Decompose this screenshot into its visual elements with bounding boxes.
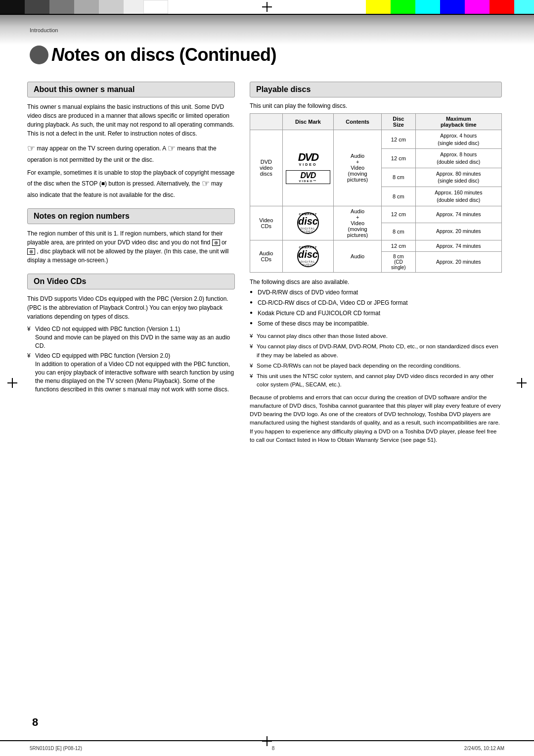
left-column: About this owner s manual This owner s m…: [27, 82, 235, 444]
notes-list: You cannot play discs other than those l…: [250, 332, 502, 389]
dvd-size-8b: 8 cm: [382, 187, 416, 206]
dvd-size-12a: 12 cm: [382, 130, 416, 149]
col-header-contents: Contents: [334, 114, 382, 130]
acd-size-12: 12 cm: [382, 240, 416, 252]
bottom-paragraph: Because of problems and errors that can …: [250, 393, 502, 445]
breadcrumb-text: Introduction: [30, 27, 58, 33]
color-blocks-left: [0, 0, 168, 14]
acd-label: AudioCDs: [250, 240, 283, 273]
dvd-size-8a: 8 cm: [382, 168, 416, 187]
table-row-dvd: DVDvideodiscs DVD VIDEO DVD VIDEO™ Audio…: [250, 130, 502, 149]
reg-mark-right: [517, 378, 527, 388]
vcd-para-1: This DVD supports Video CDs equipped wit…: [27, 294, 235, 321]
vcd-item-1: Video CD not equipped with PBC function …: [27, 325, 235, 350]
section-about-title: About this owner s manual: [34, 85, 134, 94]
acd-time-2: Approx. 20 minutes: [415, 252, 501, 273]
vcd-logo: COMPACT disc DIGITAL VIDEO: [297, 212, 319, 234]
vcd-time-2: Approx. 20 minutes: [415, 223, 501, 240]
vcd-size-8: 8 cm: [382, 223, 416, 240]
table-row-acd: AudioCDs COMPACT disc DIGITAL AUDIO Audi…: [250, 240, 502, 252]
discs-table: Disc Mark Contents DiscSize Maximumplayb…: [250, 113, 502, 273]
crosshair-icon: [262, 2, 272, 12]
available-intro: The following discs are also available.: [250, 279, 502, 285]
dvd-contents: Audio+Video(movingpictures): [334, 130, 382, 206]
color-blocks-right: [366, 0, 534, 14]
vcd-size-12: 12 cm: [382, 206, 416, 223]
acd-size-8: 8 cm(CDsingle): [382, 252, 416, 273]
page-title-container: Notes on discs (Continued): [30, 45, 276, 65]
region-icon-2: ⊗: [27, 248, 35, 255]
reg-mark-left: [7, 378, 17, 388]
vcd-item-2: Video CD equipped with PBC function (Ver…: [27, 352, 235, 393]
acd-logo-cell: COMPACT disc DIGITAL AUDIO: [282, 240, 334, 273]
col-header-discmark: Disc Mark: [282, 114, 334, 130]
footer: 5RN0101D [E] (P08-12) 8 2/24/05, 10:12 A…: [0, 746, 534, 751]
available-list: DVD-R/RW discs of DVD video format CD-R/…: [250, 288, 502, 328]
gray-gradient-band: [0, 15, 534, 45]
table-row-vcd: VideoCDs COMPACT disc DIGITAL VIDEO Audi…: [250, 206, 502, 223]
about-para-1: This owner s manual explains the basic i…: [27, 102, 235, 138]
col-header-empty: [250, 114, 283, 130]
acd-digital-text: DIGITAL AUDIO: [298, 260, 318, 266]
col-header-time: Maximumplayback time: [415, 114, 501, 130]
section-region-title: Notes on region numbers: [34, 212, 130, 220]
dvd-logo-small: DVD VIDEO™: [286, 170, 331, 184]
about-para-2: ☞ may appear on the TV screen during ope…: [27, 142, 235, 164]
dvd-time-2: Approx. 8 hours(double sided disc): [415, 149, 501, 168]
title-rest: otes on discs (Continued): [64, 45, 277, 65]
title-bullet: [30, 46, 48, 64]
dvd-time-3: Approx. 80 minutes(single sided disc): [415, 168, 501, 187]
dvd-video-small-text: VIDEO™: [287, 180, 329, 183]
section-vcd-title: On Video CDs: [34, 277, 86, 285]
col-header-size: DiscSize: [382, 114, 416, 130]
vcd-time-1: Approx. 74 minutes: [415, 206, 501, 223]
avail-item-4: Some of these discs may be incompatible.: [250, 319, 502, 328]
about-para-3: For example, sometimes it is unable to s…: [27, 168, 235, 199]
acd-contents: Audio: [334, 240, 382, 273]
top-color-bar: [0, 0, 534, 14]
footer-right: 2/24/05, 10:12 AM: [464, 746, 504, 751]
dvd-logo-small-text: DVD: [287, 172, 329, 180]
dvd-logo-big: DVD VIDEO: [286, 152, 331, 166]
section-about-body: This owner s manual explains the basic i…: [27, 102, 235, 199]
page-title: Notes on discs (Continued): [51, 45, 276, 65]
dvd-video-text: VIDEO: [286, 163, 331, 166]
right-column: Playable discs This unit can play the fo…: [250, 82, 502, 444]
avail-item-2: CD-R/CD-RW discs of CD-DA, Video CD or J…: [250, 298, 502, 307]
section-vcd-header: On Video CDs: [27, 274, 235, 289]
main-content: About this owner s manual This owner s m…: [27, 82, 502, 444]
hand-icon-3: ☞: [202, 177, 210, 190]
avail-item-3: Kodak Picture CD and FUJICOLOR CD format: [250, 309, 502, 318]
section-playable-title: Playable discs: [256, 85, 311, 94]
region-icon-1: ⊕: [212, 239, 220, 246]
dvd-label: DVDvideodiscs: [250, 130, 283, 206]
section-region-header: Notes on region numbers: [27, 208, 235, 224]
note-item-2: You cannot play discs of DVD-RAM, DVD-RO…: [250, 342, 502, 360]
section-vcd-body: This DVD supports Video CDs equipped wit…: [27, 294, 235, 393]
acd-logo: COMPACT disc DIGITAL AUDIO: [297, 245, 319, 267]
dvd-time-4: Approx. 160 minutes(double sided disc): [415, 187, 501, 206]
section-about-header: About this owner s manual: [27, 82, 235, 97]
dvd-logo-text: DVD: [286, 152, 331, 163]
title-n-letter: N: [51, 45, 64, 65]
vcd-logo-cell: COMPACT disc DIGITAL VIDEO: [282, 206, 334, 240]
vcd-label: VideoCDs: [250, 206, 283, 240]
crosshair-center-top: [168, 0, 366, 14]
dvd-size-12b: 12 cm: [382, 149, 416, 168]
hand-icon-1: ☞: [27, 142, 35, 155]
vcd-digital-text: DIGITAL VIDEO: [298, 227, 318, 233]
vcd-contents: Audio+Video(movingpictures): [334, 206, 382, 240]
page-number: 8: [32, 716, 38, 729]
crosshair-bottom-icon: [262, 736, 272, 746]
breadcrumb: Introduction: [30, 27, 58, 33]
playable-intro: This unit can play the following discs.: [250, 102, 502, 109]
note-item-3: Some CD-R/RWs can not be played back dep…: [250, 362, 502, 370]
hand-icon-2: ☞: [168, 142, 176, 155]
dvd-time-1: Approx. 4 hours(single sided disc): [415, 130, 501, 149]
note-item-4: This unit uses the NTSC color system, an…: [250, 372, 502, 389]
section-region-body: The region number of this unit is 1. If …: [27, 229, 235, 265]
avail-item-1: DVD-R/RW discs of DVD video format: [250, 288, 502, 297]
vcd-disc-text: disc: [298, 216, 318, 227]
region-para: The region number of this unit is 1. If …: [27, 229, 235, 265]
section-playable-header: Playable discs: [250, 82, 502, 97]
